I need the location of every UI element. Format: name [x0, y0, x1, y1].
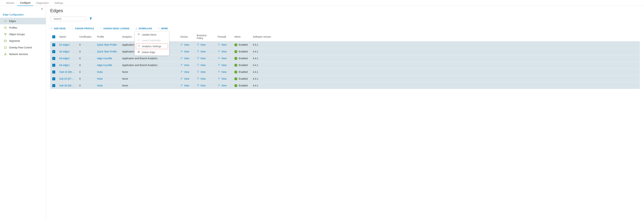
row-checkbox[interactable] [52, 84, 55, 87]
segments-icon [4, 39, 7, 42]
svg-point-8 [4, 48, 5, 48]
more-button[interactable]: MORE [158, 27, 168, 30]
business-policy-view-link[interactable]: View [197, 43, 206, 46]
assign-license-button[interactable]: ASSIGN EDGE LICENSE [100, 27, 130, 30]
firewall-view-link[interactable]: View [218, 70, 226, 74]
more-dropdown: Update AlertsLocal CredentialsAnalytics … [135, 31, 169, 56]
column-header[interactable]: Profile [95, 32, 120, 42]
sidebar-item-network-services[interactable]: Network Services [0, 51, 46, 58]
column-header[interactable]: Alerts [232, 32, 251, 42]
column-header[interactable]: Firewall [216, 32, 232, 42]
info-icon[interactable] [84, 18, 85, 20]
firewall-view-link[interactable]: View [218, 43, 226, 46]
sidebar-item-label: Object Groups [9, 33, 25, 36]
tab-diagnostics[interactable]: Diagnostics [33, 0, 52, 6]
more-menu-analytics-settings[interactable]: Analytics Settings [136, 43, 168, 49]
firewall-view-link[interactable]: View [218, 77, 226, 80]
download-icon [135, 27, 138, 30]
business-policy-view-link[interactable]: View [197, 50, 206, 53]
edge-name-link[interactable]: hub-30 (b5-edge1) [60, 84, 75, 87]
more-menu-delete-edge[interactable]: Delete Edge [135, 49, 169, 55]
device-view-link[interactable]: View [180, 50, 189, 53]
software-version-cell: 4.4.1 [251, 62, 640, 69]
filter-button[interactable] [89, 17, 92, 21]
sidebar-item-segments[interactable]: Segments [0, 38, 46, 44]
more-menu-update-alerts[interactable]: Update Alerts [135, 32, 169, 38]
column-header[interactable]: Software version [251, 32, 640, 42]
row-checkbox[interactable] [52, 64, 55, 67]
sidebar-item-label: Network Services [9, 53, 28, 56]
row-checkbox[interactable] [52, 50, 55, 53]
alerts-status: Enabled [234, 43, 248, 46]
edge-name-link[interactable]: b2-edge1 [60, 50, 70, 53]
profile-link[interactable]: Hubs [97, 77, 103, 80]
check-circle-icon [234, 84, 237, 87]
svg-point-6 [4, 46, 5, 47]
tab-monitor[interactable]: Monitor [4, 0, 17, 6]
edge-name-link[interactable]: hub-20 (b7-edge1) [60, 77, 75, 80]
device-view-link[interactable]: View [180, 43, 189, 46]
column-header[interactable]: Business Policy [195, 32, 216, 42]
check-circle-icon [234, 64, 237, 67]
firewall-view-link[interactable]: View [218, 57, 226, 60]
sidebar-item-profiles[interactable]: Profiles [0, 24, 46, 31]
sidebar-item-overlay-flow-control[interactable]: Overlay Flow Control [0, 44, 46, 51]
profile-link[interactable]: Hubs [97, 70, 103, 73]
firewall-view-link[interactable]: View [218, 50, 226, 53]
check-circle-icon [234, 50, 237, 53]
svg-point-12 [5, 54, 6, 55]
business-policy-view-link[interactable]: View [197, 57, 206, 60]
download-button[interactable]: DOWNLOAD [135, 27, 152, 30]
search-box[interactable] [50, 16, 87, 21]
add-edge-button[interactable]: ADD EDGE [50, 27, 66, 30]
profile-link[interactable]: Hubs [97, 84, 103, 87]
row-checkbox[interactable] [52, 57, 55, 60]
flame-icon [218, 84, 220, 87]
business-policy-view-link[interactable]: View [197, 84, 206, 87]
svg-rect-1 [4, 27, 6, 29]
edge-name-link[interactable]: Hub-10 (b6-edge1) [60, 70, 75, 73]
shield-icon [197, 57, 199, 60]
alerts-status: Enabled [234, 57, 248, 60]
table-row: Hub-10 (b6-edge1)0HubsNoneViewViewViewEn… [50, 69, 640, 76]
profile-link[interactable]: edge-3-profile [97, 57, 112, 60]
row-checkbox[interactable] [52, 77, 55, 80]
column-header[interactable]: Certificates [77, 32, 95, 42]
firewall-view-link[interactable]: View [218, 84, 226, 87]
tab-configure[interactable]: Configure [17, 0, 34, 6]
sidebar-item-edges[interactable]: Edges [0, 18, 46, 24]
row-checkbox[interactable] [52, 43, 55, 46]
tab-settings[interactable]: Settings [52, 0, 66, 6]
device-view-link[interactable]: View [180, 70, 189, 74]
edge-name-link[interactable]: b4-edge1 [60, 64, 70, 66]
row-checkbox[interactable] [52, 70, 55, 74]
plus-icon [50, 27, 53, 30]
assign-profile-button[interactable]: ASSIGN PROFILE [71, 27, 94, 30]
alerts-status: Enabled [234, 64, 248, 67]
firewall-view-link[interactable]: View [218, 64, 226, 67]
device-view-link[interactable]: View [180, 77, 189, 80]
edge-name-link[interactable]: b1-edge1 [60, 43, 70, 46]
chevron-left-icon [40, 7, 44, 12]
profile-link[interactable]: Quick Start Profile [97, 50, 117, 53]
sidebar-item-object-groups[interactable]: Object Groups [0, 31, 46, 38]
flame-icon [218, 64, 220, 67]
profile-link[interactable]: edge-4-profile [97, 64, 112, 66]
select-all-checkbox[interactable] [52, 35, 55, 38]
edge-name-link[interactable]: b3-edge1 [60, 57, 70, 60]
sidebar-collapse-button[interactable] [0, 6, 46, 12]
business-policy-view-link[interactable]: View [197, 70, 206, 74]
device-view-link[interactable]: View [180, 84, 189, 87]
business-policy-view-link[interactable]: View [197, 77, 206, 80]
device-view-link[interactable]: View [180, 64, 189, 67]
column-header[interactable]: Device [178, 32, 195, 42]
search-input[interactable] [54, 18, 84, 20]
profile-link[interactable]: Quick Start Profile [97, 43, 117, 46]
flame-icon [218, 43, 220, 46]
svg-point-16 [158, 28, 158, 28]
device-view-link[interactable]: View [180, 57, 189, 60]
business-policy-view-link[interactable]: View [197, 64, 206, 67]
column-header[interactable]: Name [57, 32, 77, 42]
svg-point-14 [52, 19, 52, 20]
assign-license-label: ASSIGN EDGE LICENSE [103, 27, 130, 30]
